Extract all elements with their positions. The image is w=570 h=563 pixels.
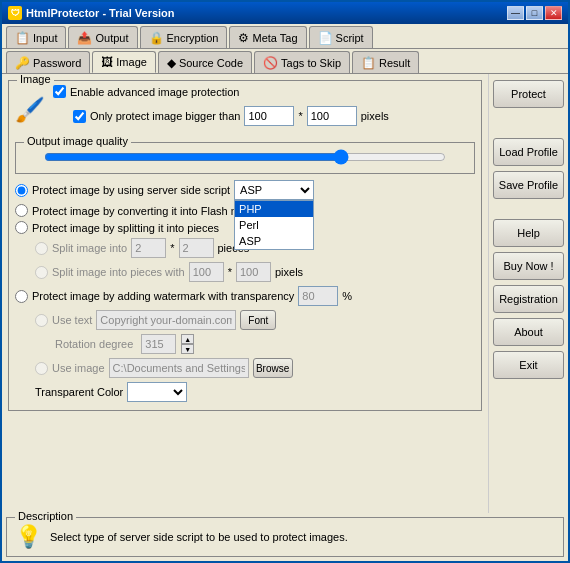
width-input[interactable]: 100 xyxy=(244,106,294,126)
browse-button[interactable]: Browse xyxy=(253,358,293,378)
load-profile-button[interactable]: Load Profile xyxy=(493,138,564,166)
script-type-select[interactable]: ASP xyxy=(234,180,314,200)
image-path-input[interactable] xyxy=(109,358,249,378)
flash-radio[interactable] xyxy=(15,204,28,217)
exit-button[interactable]: Exit xyxy=(493,351,564,379)
watermark-label: Protect image by adding watermark with t… xyxy=(32,290,294,302)
tab-tagstoskip[interactable]: 🚫 Tags to Skip xyxy=(254,51,350,73)
split-y-input[interactable] xyxy=(179,238,214,258)
registration-button[interactable]: Registration xyxy=(493,285,564,313)
percent-input[interactable] xyxy=(298,286,338,306)
pixels-label: pixels xyxy=(361,110,389,122)
app-icon: 🛡 xyxy=(8,6,22,20)
image-group-label: Image xyxy=(17,74,54,85)
use-text-label: Use text xyxy=(52,314,92,326)
dropdown-open-list: PHP Perl ASP xyxy=(234,200,314,250)
font-button[interactable]: Font xyxy=(240,310,276,330)
script-type-dropdown-container: ASP PHP Perl ASP xyxy=(234,180,314,200)
use-text-radio[interactable] xyxy=(35,314,48,327)
tabs-line-1: 📋 Input 📤 Output 🔒 Encryption ⚙ Meta Tag… xyxy=(2,24,568,48)
dropdown-option-asp[interactable]: ASP xyxy=(235,233,313,249)
tab-output[interactable]: 📤 Output xyxy=(68,26,137,48)
height-input[interactable]: 100 xyxy=(307,106,357,126)
enable-advanced-checkbox[interactable] xyxy=(53,85,66,98)
dropdown-option-perl[interactable]: Perl xyxy=(235,217,313,233)
tagstoskip-tab-icon: 🚫 xyxy=(263,56,278,70)
tab-script[interactable]: 📄 Script xyxy=(309,26,373,48)
use-image-row: Use image Browse xyxy=(35,358,475,378)
server-script-row: Protect image by using server side scrip… xyxy=(15,180,475,200)
rotation-row: Rotation degree ▲ ▼ xyxy=(35,334,475,354)
close-button[interactable]: ✕ xyxy=(545,6,562,20)
tab-image[interactable]: 🖼 Image xyxy=(92,51,156,73)
image-large-icon: 🖌️ xyxy=(15,96,45,124)
about-button[interactable]: About xyxy=(493,318,564,346)
help-button[interactable]: Help xyxy=(493,219,564,247)
right-panel: Protect Load Profile Save Profile Help B… xyxy=(488,74,568,513)
title-bar-left: 🛡 HtmlProtector - Trial Version xyxy=(8,6,175,20)
transparent-color-select[interactable] xyxy=(127,382,187,402)
buy-now-button[interactable]: Buy Now ! xyxy=(493,252,564,280)
tab-output-label: Output xyxy=(95,32,128,44)
tab-password[interactable]: 🔑 Password xyxy=(6,51,90,73)
maximize-button[interactable]: □ xyxy=(526,6,543,20)
split-x-input[interactable] xyxy=(131,238,166,258)
protect-bigger-row: Only protect image bigger than 100 * 100… xyxy=(73,106,389,126)
metatag-tab-icon: ⚙ xyxy=(238,31,249,45)
protect-button[interactable]: Protect xyxy=(493,80,564,108)
use-image-radio[interactable] xyxy=(35,362,48,375)
percent-sign: % xyxy=(342,290,352,302)
split-pieces-radio[interactable] xyxy=(35,266,48,279)
watermark-radio[interactable] xyxy=(15,290,28,303)
use-image-label: Use image xyxy=(52,362,105,374)
tab-metatag[interactable]: ⚙ Meta Tag xyxy=(229,26,306,48)
tab-encryption-label: Encryption xyxy=(167,32,219,44)
tab-input-label: Input xyxy=(33,32,57,44)
split-radio[interactable] xyxy=(15,221,28,234)
rotation-input[interactable] xyxy=(141,334,176,354)
title-buttons: — □ ✕ xyxy=(507,6,562,20)
tab-tagstoskip-label: Tags to Skip xyxy=(281,57,341,69)
pieces-pixels-label: pixels xyxy=(275,266,303,278)
tab-password-label: Password xyxy=(33,57,81,69)
use-text-input[interactable] xyxy=(96,310,236,330)
split-into-label: Split image into xyxy=(52,242,127,254)
title-bar: 🛡 HtmlProtector - Trial Version — □ ✕ xyxy=(2,2,568,24)
server-script-radio[interactable] xyxy=(15,184,28,197)
split-into-radio[interactable] xyxy=(35,242,48,255)
tab-result-label: Result xyxy=(379,57,410,69)
script-tab-icon: 📄 xyxy=(318,31,333,45)
pieces-width-input[interactable] xyxy=(189,262,224,282)
image-header: 🖌️ Enable advanced image protection Only… xyxy=(15,85,475,134)
tab-result[interactable]: 📋 Result xyxy=(352,51,419,73)
left-panel: Image 🖌️ Enable advanced image protectio… xyxy=(2,74,488,513)
protect-bigger-checkbox[interactable] xyxy=(73,110,86,123)
rotation-up-button[interactable]: ▲ xyxy=(181,334,194,344)
dropdown-option-php[interactable]: PHP xyxy=(235,201,313,217)
info-icon: 💡 xyxy=(15,524,42,550)
sourcecode-tab-icon: ◆ xyxy=(167,56,176,70)
enable-cb-row: Enable advanced image protection xyxy=(53,85,389,98)
server-script-label: Protect image by using server side scrip… xyxy=(32,184,230,196)
transparent-color-label: Transparent Color xyxy=(35,386,123,398)
enable-advanced-label: Enable advanced image protection xyxy=(70,86,239,98)
minimize-button[interactable]: — xyxy=(507,6,524,20)
pieces-height-input[interactable] xyxy=(236,262,271,282)
tab-sourcecode[interactable]: ◆ Source Code xyxy=(158,51,252,73)
tab-input[interactable]: 📋 Input xyxy=(6,26,66,48)
main-window: 🛡 HtmlProtector - Trial Version — □ ✕ 📋 … xyxy=(0,0,570,563)
window-title: HtmlProtector - Trial Version xyxy=(26,7,175,19)
flash-label: Protect image by converting it into Flas… xyxy=(32,205,260,217)
rotation-down-button[interactable]: ▼ xyxy=(181,344,194,354)
result-tab-icon: 📋 xyxy=(361,56,376,70)
tab-image-label: Image xyxy=(116,56,147,68)
save-profile-button[interactable]: Save Profile xyxy=(493,171,564,199)
protect-bigger-label: Only protect image bigger than xyxy=(90,110,240,122)
quality-slider[interactable] xyxy=(44,149,445,165)
tab-metatag-label: Meta Tag xyxy=(252,32,297,44)
tab-sourcecode-label: Source Code xyxy=(179,57,243,69)
split-pieces-row: Split image into pieces with * pixels xyxy=(35,262,475,282)
tab-encryption[interactable]: 🔒 Encryption xyxy=(140,26,228,48)
transparent-color-row: Transparent Color xyxy=(35,382,475,402)
output-tab-icon: 📤 xyxy=(77,31,92,45)
